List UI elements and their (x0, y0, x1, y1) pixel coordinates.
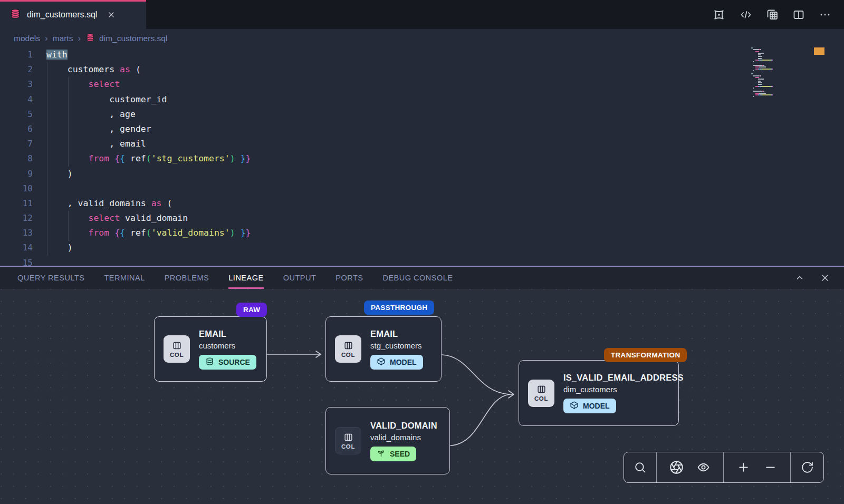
code-text: customers as ( (46, 62, 141, 77)
code-line[interactable]: 3 select (0, 77, 844, 92)
code-icon[interactable] (740, 8, 752, 21)
code-lines: 1with2 customers as (3 select4 customer_… (0, 47, 844, 266)
code-line[interactable]: 10 (0, 181, 844, 196)
node-tag-raw: RAW (236, 303, 267, 317)
breadcrumb-segment-marts[interactable]: marts (53, 34, 73, 43)
panel-action-icons (794, 267, 844, 289)
zoom-in-icon[interactable] (737, 461, 750, 474)
code-text: ) (46, 240, 73, 255)
panel-tabs: QUERY RESULTSTERMINALPROBLEMSLINEAGEOUTP… (17, 267, 453, 289)
column-type-box: COL (528, 380, 554, 407)
cube-icon (570, 401, 579, 411)
code-line[interactable]: 4 customer_id (0, 92, 844, 107)
col-label: COL (170, 352, 184, 358)
close-icon[interactable] (107, 11, 116, 19)
code-line[interactable]: 8 from {{ ref('stg_customers') }} (0, 151, 844, 166)
aperture-icon[interactable] (669, 460, 684, 474)
col-label: COL (534, 395, 548, 402)
indent-guide (68, 211, 69, 240)
column-type-box: COL (335, 335, 361, 363)
line-number: 11 (0, 196, 33, 211)
line-number: 4 (0, 92, 33, 107)
code-text: with (46, 47, 68, 62)
line-number: 3 (0, 77, 33, 92)
overview-ruler-marker (814, 47, 824, 55)
refresh-icon[interactable] (801, 461, 814, 474)
line-number: 5 (0, 107, 33, 122)
line-number: 12 (0, 211, 33, 226)
search-icon[interactable] (634, 461, 647, 474)
indent-guide (68, 77, 69, 166)
zoom-out-icon[interactable] (764, 461, 777, 474)
code-text: , email (46, 137, 146, 151)
dbt-power-user-icon[interactable] (712, 8, 726, 22)
node-model-name: dim_customers (563, 385, 617, 394)
panel-tab-query-results[interactable]: QUERY RESULTS (17, 267, 84, 289)
code-line[interactable]: 12 select valid_domain (0, 211, 844, 226)
lineage-canvas[interactable]: COLEMAILcustomersSOURCERAWCOLEMAILstg_cu… (0, 289, 844, 504)
column-type-box: COL (335, 427, 361, 454)
code-text: select (46, 77, 120, 92)
lineage-node-valid_domains[interactable]: COLVALID_DOMAINvalid_domainsSEED (325, 407, 450, 474)
code-line[interactable]: 14 ) (0, 240, 844, 255)
more-actions-icon[interactable] (819, 8, 831, 21)
code-line[interactable]: 2 customers as ( (0, 62, 844, 77)
lineage-toolbar (624, 452, 824, 483)
node-type-label: SEED (390, 450, 410, 458)
database-icon (85, 33, 95, 44)
tab-bar: dim_customers.sql (0, 0, 844, 29)
collapse-panel-icon[interactable] (794, 273, 805, 283)
line-number: 7 (0, 137, 33, 151)
breadcrumb-separator: › (45, 33, 48, 44)
query-results-icon[interactable] (766, 8, 779, 21)
tab-title: dim_customers.sql (27, 10, 97, 20)
bottom-panel-header: QUERY RESULTSTERMINALPROBLEMSLINEAGEOUTP… (0, 266, 844, 289)
code-line[interactable]: 7 , email (0, 137, 844, 151)
database-icon (9, 8, 21, 22)
columns-icon (343, 341, 353, 352)
seedling-icon (377, 449, 386, 459)
breadcrumb-file[interactable]: dim_customers.sql (85, 33, 167, 44)
split-editor-icon[interactable] (792, 8, 805, 21)
panel-tab-output[interactable]: OUTPUT (283, 267, 316, 289)
tab-dim-customers-sql[interactable]: dim_customers.sql (0, 0, 146, 29)
node-type-badge: SOURCE (199, 355, 256, 370)
lineage-node-dim_customers[interactable]: COLIS_VALID_EMAIL_ADDRESSdim_customersMO… (519, 360, 679, 426)
column-type-box: COL (164, 335, 190, 363)
code-text: customer_id (46, 92, 167, 107)
code-text: ) (46, 167, 73, 181)
panel-tab-debug-console[interactable]: DEBUG CONSOLE (382, 267, 453, 289)
code-line[interactable]: 11 , valid_domains as ( (0, 196, 844, 211)
line-number: 15 (0, 256, 33, 266)
panel-tab-lineage[interactable]: LINEAGE (228, 267, 263, 289)
panel-tab-problems[interactable]: PROBLEMS (165, 267, 209, 289)
code-line[interactable]: 1with (0, 47, 844, 62)
panel-tab-ports[interactable]: PORTS (335, 267, 363, 289)
lineage-node-stg_customers[interactable]: COLEMAILstg_customersMODEL (325, 316, 442, 382)
breadcrumb-segment-models[interactable]: models (14, 34, 40, 43)
node-type-badge: MODEL (563, 399, 616, 413)
code-line[interactable]: 9 ) (0, 167, 844, 181)
line-number: 6 (0, 122, 33, 137)
code-line[interactable]: 6 , gender (0, 122, 844, 137)
node-type-label: MODEL (583, 402, 610, 410)
code-text: from {{ ref('valid_domains') }} (46, 226, 251, 240)
panel-tab-terminal[interactable]: TERMINAL (104, 267, 145, 289)
node-type-label: SOURCE (218, 358, 250, 366)
line-number: 2 (0, 62, 33, 77)
cube-icon (377, 357, 386, 367)
breadcrumb-separator: › (78, 33, 81, 44)
code-editor[interactable]: 1with2 customers as (3 select4 customer_… (0, 47, 844, 266)
minimap[interactable] (751, 47, 809, 100)
eye-icon[interactable] (697, 461, 710, 474)
code-line[interactable]: 5 , age (0, 107, 844, 122)
code-text: , age (46, 107, 136, 122)
line-number: 1 (0, 47, 33, 62)
col-label: COL (341, 443, 355, 450)
node-model-name: valid_domains (370, 433, 421, 442)
lineage-node-customers[interactable]: COLEMAILcustomersSOURCE (154, 316, 267, 382)
code-line[interactable]: 13 from {{ ref('valid_domains') }} (0, 226, 844, 240)
code-line[interactable]: 15 (0, 256, 844, 266)
col-label: COL (341, 352, 355, 358)
close-panel-icon[interactable] (820, 273, 830, 283)
